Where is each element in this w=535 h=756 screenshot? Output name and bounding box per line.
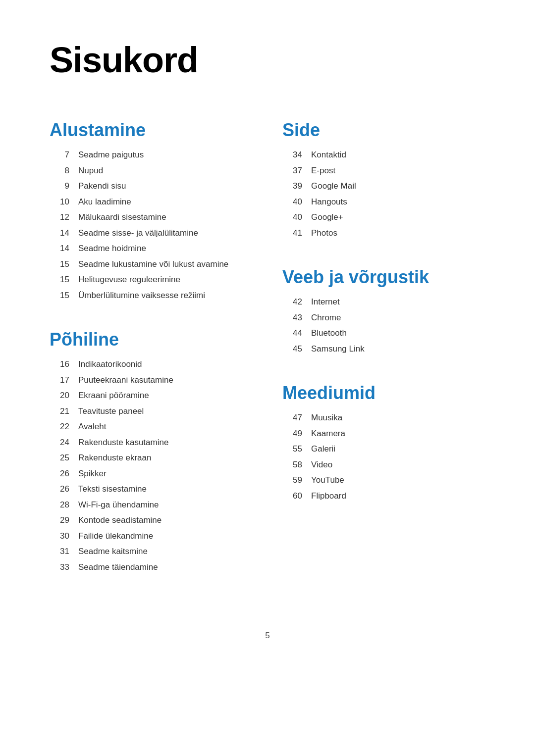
- toc-label: Kontaktid: [311, 149, 346, 161]
- toc-entry: 43Chrome: [282, 311, 485, 324]
- toc-entry: 30Failide ülekandmine: [50, 530, 253, 543]
- toc-number: 26: [50, 467, 69, 480]
- toc-label: Seadme paigutus: [78, 149, 144, 161]
- toc-entry: 60Flipboard: [282, 490, 485, 503]
- toc-entry: 39Google Mail: [282, 180, 485, 193]
- toc-label: Helitugevuse reguleerimine: [78, 273, 180, 286]
- toc-entry: 25Rakenduste ekraan: [50, 452, 253, 464]
- toc-entry: 7Seadme paigutus: [50, 149, 253, 161]
- page-title: Sisukord: [50, 40, 485, 80]
- toc-entry: 15Seadme lukustamine või lukust avamine: [50, 258, 253, 271]
- toc-label: Seadme sisse- ja väljalülitamine: [78, 227, 198, 240]
- toc-entry: 31Seadme kaitsmine: [50, 545, 253, 558]
- toc-entry: 59YouTube: [282, 474, 485, 487]
- toc-entry: 15Helitugevuse reguleerimine: [50, 273, 253, 286]
- toc-label: Ümberlülitumine vaiksesse režiimi: [78, 289, 205, 302]
- toc-entry: 22Avaleht: [50, 420, 253, 433]
- toc-label: Indikaatorikoonid: [78, 358, 142, 371]
- meediumid-entries: 47Muusika49Kaamera55Galerii58Video59YouT…: [282, 411, 485, 502]
- section-title-veeb: Veeb ja võrgustik: [282, 267, 485, 288]
- toc-number: 30: [50, 530, 69, 543]
- toc-container: Alustamine 7Seadme paigutus8Nupud9Pakend…: [50, 120, 485, 601]
- toc-number: 34: [282, 149, 302, 161]
- toc-label: Samsung Link: [311, 343, 365, 355]
- toc-label: Pakendi sisu: [78, 180, 126, 193]
- toc-label: Seadme täiendamine: [78, 561, 158, 574]
- toc-entry: 37E-post: [282, 164, 485, 177]
- toc-entry: 21Teavituste paneel: [50, 405, 253, 418]
- veeb-entries: 42Internet43Chrome44Bluetooth45Samsung L…: [282, 296, 485, 355]
- toc-entry: 9Pakendi sisu: [50, 180, 253, 193]
- toc-entry: 58Video: [282, 458, 485, 471]
- toc-entry: 29Kontode seadistamine: [50, 514, 253, 527]
- toc-number: 16: [50, 358, 69, 371]
- toc-entry: 17Puuteekraani kasutamine: [50, 374, 253, 387]
- toc-label: Spikker: [78, 467, 107, 480]
- toc-label: Teavituste paneel: [78, 405, 144, 418]
- toc-entry: 47Muusika: [282, 411, 485, 424]
- toc-number: 15: [50, 289, 69, 302]
- section-pohiline: Põhiline 16Indikaatorikoonid17Puuteekraa…: [50, 329, 253, 576]
- toc-number: 28: [50, 499, 69, 511]
- toc-entry: 28Wi-Fi-ga ühendamine: [50, 499, 253, 511]
- toc-entry: 41Photos: [282, 227, 485, 240]
- toc-number: 9: [50, 180, 69, 193]
- toc-label: Seadme hoidmine: [78, 242, 146, 255]
- toc-label: Galerii: [311, 443, 335, 455]
- pohiline-entries: 16Indikaatorikoonid17Puuteekraani kasuta…: [50, 358, 253, 573]
- left-column: Alustamine 7Seadme paigutus8Nupud9Pakend…: [50, 120, 253, 601]
- toc-label: Failide ülekandmine: [78, 530, 153, 543]
- toc-label: Flipboard: [311, 490, 346, 503]
- section-veeb: Veeb ja võrgustik 42Internet43Chrome44Bl…: [282, 267, 485, 358]
- toc-number: 33: [50, 561, 69, 574]
- toc-label: Teksti sisestamine: [78, 483, 147, 496]
- toc-number: 10: [50, 196, 69, 208]
- toc-label: Aku laadimine: [78, 196, 131, 208]
- toc-number: 49: [282, 427, 302, 440]
- toc-entry: 45Samsung Link: [282, 343, 485, 355]
- toc-number: 17: [50, 374, 69, 387]
- toc-label: Ekraani pööramine: [78, 389, 149, 402]
- toc-number: 43: [282, 311, 302, 324]
- toc-number: 45: [282, 343, 302, 355]
- toc-number: 31: [50, 545, 69, 558]
- toc-label: YouTube: [311, 474, 344, 487]
- toc-label: Wi-Fi-ga ühendamine: [78, 499, 159, 511]
- section-side: Side 34Kontaktid37E-post39Google Mail40H…: [282, 120, 485, 242]
- side-entries: 34Kontaktid37E-post39Google Mail40Hangou…: [282, 149, 485, 239]
- toc-number: 60: [282, 490, 302, 503]
- toc-label: Photos: [311, 227, 337, 240]
- toc-label: Avaleht: [78, 420, 106, 433]
- toc-number: 29: [50, 514, 69, 527]
- toc-label: Google+: [311, 211, 343, 224]
- toc-label: Internet: [311, 296, 340, 308]
- toc-number: 7: [50, 149, 69, 161]
- toc-number: 58: [282, 458, 302, 471]
- toc-label: Bluetooth: [311, 327, 347, 340]
- toc-entry: 16Indikaatorikoonid: [50, 358, 253, 371]
- page-footer: 5: [50, 631, 485, 641]
- toc-number: 14: [50, 242, 69, 255]
- toc-number: 24: [50, 436, 69, 449]
- toc-number: 40: [282, 196, 302, 208]
- toc-label: Chrome: [311, 311, 341, 324]
- toc-number: 40: [282, 211, 302, 224]
- toc-number: 47: [282, 411, 302, 424]
- toc-entry: 12Mälukaardi sisestamine: [50, 211, 253, 224]
- toc-entry: 14Seadme sisse- ja väljalülitamine: [50, 227, 253, 240]
- toc-label: Puuteekraani kasutamine: [78, 374, 173, 387]
- toc-number: 55: [282, 443, 302, 455]
- toc-number: 8: [50, 164, 69, 177]
- toc-number: 26: [50, 483, 69, 496]
- toc-number: 41: [282, 227, 302, 240]
- toc-entry: 26Teksti sisestamine: [50, 483, 253, 496]
- toc-entry: 10Aku laadimine: [50, 196, 253, 208]
- toc-entry: 14Seadme hoidmine: [50, 242, 253, 255]
- toc-number: 25: [50, 452, 69, 464]
- toc-number: 44: [282, 327, 302, 340]
- toc-number: 20: [50, 389, 69, 402]
- toc-entry: 42Internet: [282, 296, 485, 308]
- toc-number: 14: [50, 227, 69, 240]
- toc-label: Rakenduste kasutamine: [78, 436, 168, 449]
- toc-number: 42: [282, 296, 302, 308]
